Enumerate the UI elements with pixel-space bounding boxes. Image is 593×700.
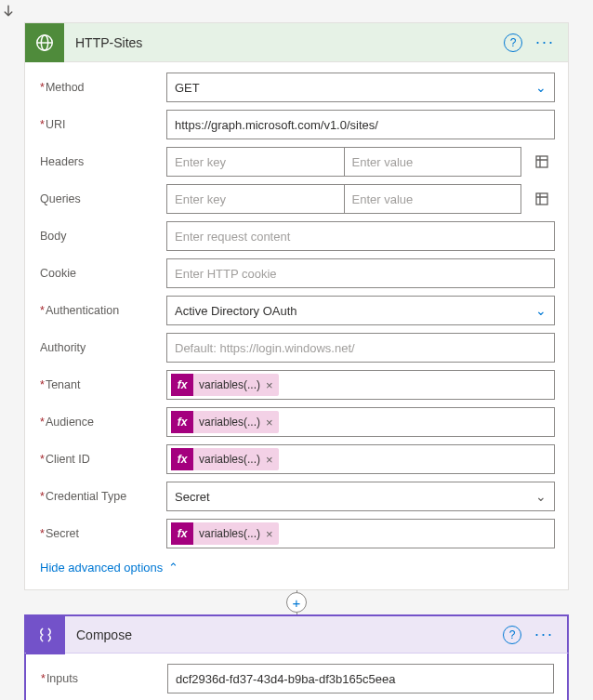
flow-connector: + <box>24 590 569 614</box>
auth-select[interactable]: Active Directory OAuth⌄ <box>166 296 555 325</box>
cookie-input[interactable]: Enter HTTP cookie <box>166 258 555 288</box>
audience-input[interactable]: fxvariables(...)× <box>166 407 555 437</box>
secret-input[interactable]: fxvariables(...)× <box>166 519 555 548</box>
clientid-input[interactable]: fxvariables(...)× <box>166 444 555 474</box>
http-sites-card: HTTP-Sites ? ··· *Method GET⌄ *URI https… <box>24 22 569 590</box>
add-step-button[interactable]: + <box>286 592 307 613</box>
fx-icon: fx <box>171 448 193 470</box>
svg-rect-3 <box>536 193 547 205</box>
chevron-down-icon: ⌄ <box>535 80 547 95</box>
headers-label: Headers <box>38 155 166 168</box>
headers-value-input[interactable]: Enter value <box>344 147 522 177</box>
queries-key-input[interactable]: Enter key <box>166 184 344 214</box>
queries-value-input[interactable]: Enter value <box>344 184 522 214</box>
fx-icon: fx <box>171 411 193 433</box>
globe-icon <box>25 23 64 62</box>
flow-arrow-icon <box>0 0 593 22</box>
more-menu-icon[interactable]: ··· <box>532 33 559 52</box>
expression-token[interactable]: fxvariables(...)× <box>171 374 279 396</box>
inputs-label: *Inputs <box>39 672 167 685</box>
cookie-label: Cookie <box>38 267 166 280</box>
fx-icon: fx <box>171 374 193 396</box>
compose-icon <box>26 615 65 654</box>
card-title: Compose <box>65 627 503 642</box>
headers-key-input[interactable]: Enter key <box>166 147 344 177</box>
inputs-input[interactable]: dcf2936d-fd37-43d4-b9ba-df3b165c5eea <box>167 664 554 693</box>
method-label: *Method <box>38 81 166 94</box>
credtype-label: *Credential Type <box>38 490 166 503</box>
headers-mode-icon[interactable] <box>529 149 555 175</box>
remove-token-icon[interactable]: × <box>266 527 273 541</box>
secret-label: *Secret <box>38 527 166 540</box>
fx-icon: fx <box>171 522 193 545</box>
chevron-down-icon: ⌄ <box>535 489 547 504</box>
tenant-input[interactable]: fxvariables(...)× <box>166 370 555 400</box>
method-select[interactable]: GET⌄ <box>166 73 555 102</box>
chevron-down-icon: ⌄ <box>535 303 547 318</box>
hide-advanced-link[interactable]: Hide advanced options ⌃ <box>38 555 555 576</box>
remove-token-icon[interactable]: × <box>266 453 273 467</box>
credtype-select[interactable]: Secret⌄ <box>166 482 555 511</box>
more-menu-icon[interactable]: ··· <box>531 625 558 644</box>
help-icon[interactable]: ? <box>503 626 521 644</box>
auth-label: *Authentication <box>38 304 166 317</box>
uri-label: *URI <box>38 118 166 131</box>
chevron-up-icon: ⌃ <box>168 561 178 575</box>
card-title: HTTP-Sites <box>64 35 504 50</box>
clientid-label: *Client ID <box>38 453 166 466</box>
body-input[interactable]: Enter request content <box>166 221 555 251</box>
authority-input[interactable]: Default: https://login.windows.net/ <box>166 333 555 363</box>
queries-mode-icon[interactable] <box>529 186 555 212</box>
compose-header[interactable]: Compose ? ··· <box>24 614 569 654</box>
remove-token-icon[interactable]: × <box>266 416 273 429</box>
body-label: Body <box>38 230 166 243</box>
authority-label: Authority <box>38 341 166 354</box>
expression-token[interactable]: fxvariables(...)× <box>171 448 279 470</box>
queries-label: Queries <box>38 192 166 205</box>
remove-token-icon[interactable]: × <box>266 378 273 392</box>
http-sites-header[interactable]: HTTP-Sites ? ··· <box>25 23 568 62</box>
expression-token[interactable]: fxvariables(...)× <box>171 411 279 433</box>
help-icon[interactable]: ? <box>504 33 522 52</box>
uri-input[interactable]: https://graph.microsoft.com/v1.0/sites/ <box>166 110 555 139</box>
compose-card: Compose ? ··· *Inputs dcf2936d-fd37-43d4… <box>24 614 569 700</box>
audience-label: *Audience <box>38 416 166 429</box>
expression-token[interactable]: fxvariables(...)× <box>171 522 279 545</box>
svg-rect-2 <box>536 156 547 167</box>
tenant-label: *Tenant <box>38 378 166 391</box>
